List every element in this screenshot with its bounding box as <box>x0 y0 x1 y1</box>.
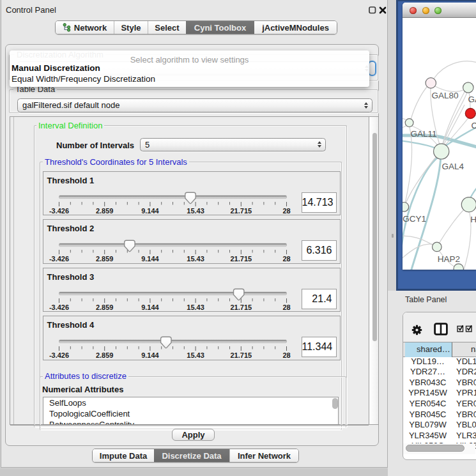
svg-text:15.43: 15.43 <box>187 351 204 359</box>
svg-text:2.859: 2.859 <box>95 303 113 311</box>
svg-text:28: 28 <box>282 303 290 311</box>
svg-text:21.715: 21.715 <box>230 206 252 214</box>
svg-text:GAL4: GAL4 <box>442 162 464 171</box>
svg-text:9.144: 9.144 <box>141 206 159 214</box>
svg-text:GCY1: GCY1 <box>403 214 426 224</box>
svg-text:21.715: 21.715 <box>230 255 252 263</box>
svg-text:28: 28 <box>282 255 290 263</box>
svg-text:15.43: 15.43 <box>187 255 204 263</box>
svg-text:15.43: 15.43 <box>187 206 204 214</box>
svg-text:21.715: 21.715 <box>230 303 252 311</box>
svg-text:15.43: 15.43 <box>187 303 204 311</box>
svg-text:2.859: 2.859 <box>95 206 113 214</box>
svg-text:-3.426: -3.426 <box>49 303 68 311</box>
svg-text:-3.426: -3.426 <box>49 351 68 359</box>
svg-text:-3.426: -3.426 <box>49 255 68 263</box>
svg-text:2.859: 2.859 <box>95 351 113 359</box>
svg-text:2.859: 2.859 <box>95 255 113 263</box>
svg-text:GAL80: GAL80 <box>432 91 459 100</box>
svg-text:9.144: 9.144 <box>141 303 159 311</box>
svg-text:HAP2: HAP2 <box>438 254 460 264</box>
svg-text:9.144: 9.144 <box>141 255 159 263</box>
svg-text:-3.426: -3.426 <box>49 206 68 214</box>
svg-text:GAL: GAL <box>468 95 476 104</box>
svg-text:9.144: 9.144 <box>141 351 159 359</box>
svg-text:28: 28 <box>282 206 290 214</box>
svg-text:C: C <box>472 121 476 130</box>
svg-text:21.715: 21.715 <box>230 351 252 359</box>
svg-text:GAL11: GAL11 <box>410 129 436 139</box>
svg-text:H: H <box>470 215 476 224</box>
svg-text:28: 28 <box>282 351 290 359</box>
